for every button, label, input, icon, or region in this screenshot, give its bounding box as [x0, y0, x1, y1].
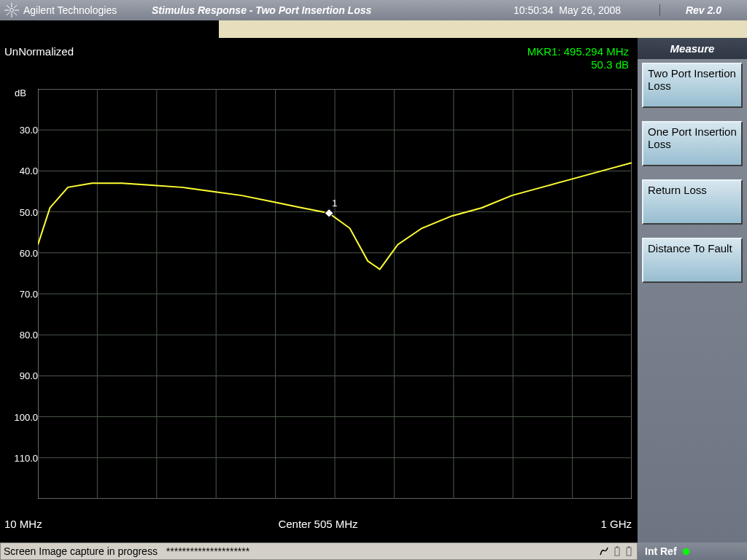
firmware-rev: Rev 2.0: [659, 4, 747, 16]
agilent-burst-icon: [4, 3, 19, 18]
y-tick: 50.0: [6, 206, 38, 217]
y-tick: 90.0: [6, 370, 38, 381]
battery-icon: [614, 546, 621, 556]
svg-line-8: [7, 12, 9, 15]
reference-led-icon: [683, 548, 689, 555]
svg-rect-30: [615, 548, 619, 556]
brand: Agilent Technologies: [4, 3, 134, 18]
marker-readout-amp: 50.3 dB: [527, 58, 629, 71]
active-trace-tab[interactable]: [0, 20, 219, 38]
window-title: Stimulus Response - Two Port Insertion L…: [134, 4, 514, 16]
status-message: Screen Image capture in progress *******…: [0, 542, 638, 560]
svg-text:1: 1: [332, 198, 337, 209]
svg-rect-33: [628, 546, 630, 548]
svg-rect-32: [627, 548, 631, 556]
y-tick: 60.0: [6, 247, 38, 258]
marker-readout-freq: MKR1: 495.294 MHz: [527, 45, 629, 58]
plot-svg: 1: [38, 89, 632, 499]
gridlines: [38, 89, 632, 499]
svg-rect-31: [616, 546, 618, 548]
y-tick: 40.0: [6, 166, 38, 176]
x-stop: 1 GHz: [600, 518, 632, 530]
softkey-distance-to-fault[interactable]: Distance To Fault: [642, 238, 743, 283]
connection-icon: [599, 546, 609, 556]
reference-indicator: Int Ref: [638, 542, 747, 560]
softkey-panel-title: Measure: [638, 38, 747, 59]
marker-readout: MKR1: 495.294 MHz 50.3 dB: [527, 45, 629, 71]
svg-line-5: [7, 5, 9, 8]
y-tick: 110.0: [6, 452, 38, 463]
normalization-label: UnNormalized: [4, 45, 74, 58]
tab-strip: [0, 20, 747, 38]
marker-1[interactable]: 1: [325, 198, 338, 217]
y-axis-unit: dB: [15, 88, 26, 98]
title-bar: Agilent Technologies Stimulus Response -…: [0, 0, 747, 20]
y-tick: 80.0: [6, 330, 38, 341]
svg-line-7: [14, 5, 17, 8]
softkey-panel: Measure Two Port Insertion Loss One Port…: [638, 38, 747, 542]
softkey-two-port-il[interactable]: Two Port Insertion Loss: [642, 63, 743, 108]
battery-icon-2: [625, 546, 632, 556]
y-tick: 30.0: [6, 125, 38, 136]
y-tick: 70.0: [6, 289, 38, 300]
status-bar: Screen Image capture in progress *******…: [0, 542, 747, 560]
svg-line-6: [14, 12, 17, 15]
x-center: Center 505 MHz: [4, 518, 632, 530]
plot-grid[interactable]: 1: [38, 89, 632, 499]
status-tray: [595, 546, 637, 556]
brand-text: Agilent Technologies: [23, 4, 117, 16]
y-tick: 100.0: [6, 411, 38, 422]
status-progress-stars: *********************: [166, 545, 249, 557]
clock: 10:50:34 May 26, 2008: [514, 4, 659, 16]
reference-label: Int Ref: [645, 545, 677, 557]
svg-point-0: [10, 9, 14, 12]
softkey-return-loss[interactable]: Return Loss: [642, 179, 743, 225]
plot-area: UnNormalized MKR1: 495.294 MHz 50.3 dB d…: [0, 38, 638, 542]
softkey-one-port-il[interactable]: One Port Insertion Loss: [642, 121, 743, 166]
